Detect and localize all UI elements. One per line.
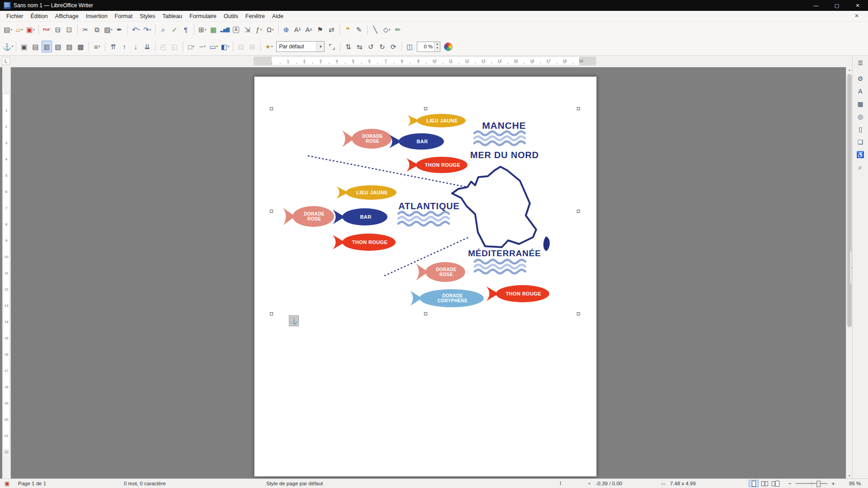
inserted-image[interactable]: MANCHEMER DU NORDATLANTIQUEMÉDITERRANÉEL…	[272, 109, 580, 314]
separator[interactable]	[278, 25, 278, 35]
show-draw-functions-button[interactable]: ✏	[393, 24, 403, 36]
separator[interactable]	[89, 42, 89, 52]
selection-handle-middle-left[interactable]	[270, 210, 273, 213]
group-button[interactable]: ⊡	[236, 41, 246, 52]
minimize-button[interactable]: —	[806, 0, 826, 11]
gallery-button[interactable]: ▦	[854, 98, 866, 110]
redo-button[interactable]: ↷▾	[142, 24, 152, 36]
separator[interactable]	[105, 42, 105, 52]
menu-format[interactable]: Format	[111, 12, 137, 20]
spin-up-icon[interactable]: ▲	[434, 42, 440, 46]
align-objects-button[interactable]: ≡▾	[92, 41, 102, 52]
close-button[interactable]: ✕	[847, 0, 868, 11]
rotate-left-button[interactable]: ↺	[366, 41, 376, 52]
spin-down-icon[interactable]: ▼	[434, 46, 440, 50]
paste-button[interactable]: ▨▾	[103, 24, 113, 36]
bring-to-front-button[interactable]: ⇈	[108, 41, 118, 52]
document-page[interactable]: MANCHEMER DU NORDATLANTIQUEMÉDITERRANÉEL…	[254, 76, 597, 477]
anchor-button[interactable]: ⚓▾	[3, 41, 13, 52]
insert-field-button[interactable]: ƒ▾	[254, 24, 264, 36]
insert-table-button[interactable]: ⊞▾	[197, 24, 208, 36]
separator[interactable]	[155, 42, 156, 52]
separator[interactable]	[367, 25, 368, 35]
back-one-button[interactable]: ↓	[131, 41, 141, 52]
forward-one-button[interactable]: ↑	[119, 41, 130, 52]
selection-handle-top-center[interactable]	[424, 107, 427, 110]
vertical-ruler[interactable]: 12345678910111213141516171819202122	[2, 67, 11, 479]
document-area[interactable]: MANCHEMER DU NORDATLANTIQUEMÉDITERRANÉEL…	[0, 67, 853, 479]
copy-button[interactable]: ⧉	[92, 24, 102, 36]
find-button[interactable]: ⌕	[854, 161, 866, 173]
menu-tableau[interactable]: Tableau	[159, 12, 186, 20]
separator[interactable]	[38, 25, 39, 35]
view-book-button[interactable]	[770, 480, 780, 487]
selection-handle-top-right[interactable]	[577, 107, 580, 110]
borders-button[interactable]: □▾	[186, 41, 196, 52]
wrap-optimal-button[interactable]: ▥	[42, 41, 52, 52]
menu-affichage[interactable]: Affichage	[52, 12, 82, 20]
separator[interactable]	[401, 42, 402, 52]
send-to-back-button[interactable]: ⇊	[142, 41, 152, 52]
navigator-button[interactable]: ◎	[854, 111, 866, 122]
spelling-button[interactable]: ✓	[170, 24, 180, 36]
menu-outils[interactable]: Outils	[220, 12, 242, 20]
separator[interactable]	[16, 42, 16, 52]
menu-styles[interactable]: Styles	[136, 12, 159, 20]
border-color-button[interactable]: ▭▾	[208, 41, 219, 52]
insert-textbox-button[interactable]: A	[231, 24, 241, 36]
separator[interactable]	[340, 42, 340, 52]
insert-hyperlink-button[interactable]: ⊕	[281, 24, 292, 36]
scrollbar-thumb[interactable]	[847, 74, 852, 327]
cut-button[interactable]: ✂	[80, 24, 91, 36]
properties-button[interactable]: ⚙	[854, 73, 866, 84]
to-foreground-button[interactable]: ◰	[158, 41, 169, 52]
horizontal-ruler[interactable]: L 12345678910111213141516171819	[0, 55, 853, 67]
open-button[interactable]: ▱▾	[14, 24, 24, 36]
page-style-status[interactable]: Style de page par défaut	[266, 479, 323, 488]
crop-button[interactable]: ⌜⌟	[327, 41, 337, 52]
close-document-icon[interactable]: ✕	[854, 13, 859, 19]
export-pdf-button[interactable]: PDF	[42, 24, 52, 36]
style-inspector-button[interactable]: ❏	[854, 136, 866, 148]
insert-special-character-button[interactable]: Ω▾	[265, 24, 275, 36]
chevron-down-icon[interactable]: ▼	[316, 42, 324, 52]
track-changes-button[interactable]: ✎	[354, 24, 364, 36]
insert-line-button[interactable]: ╲	[370, 24, 381, 36]
wrap-off-button[interactable]: ▣	[19, 41, 29, 52]
separator[interactable]	[183, 42, 183, 52]
to-background-button[interactable]: ◱	[170, 41, 180, 52]
flip-vertically-button[interactable]: ⇅	[343, 41, 354, 52]
zoom-slider-thumb[interactable]	[816, 481, 821, 487]
selection-mode-icon[interactable]: I	[560, 479, 561, 488]
line-style-button[interactable]: ┄▾	[197, 41, 208, 52]
zoom-out-button[interactable]: −	[787, 480, 793, 487]
separator[interactable]	[340, 25, 340, 35]
menu-edition[interactable]: Édition	[27, 12, 52, 20]
transparency-button[interactable]: ◫	[405, 41, 415, 52]
separator[interactable]	[233, 42, 233, 52]
ungroup-button[interactable]: ⊟	[247, 41, 258, 52]
separator[interactable]	[77, 25, 78, 35]
styles-button[interactable]: A	[854, 85, 866, 97]
zoom-in-button[interactable]: +	[830, 480, 836, 487]
save-button[interactable]: ▣▾	[25, 24, 36, 36]
view-single-page-button[interactable]	[749, 480, 759, 487]
scroll-down-icon[interactable]: ▼	[846, 473, 853, 479]
insert-comment-button[interactable]: ❝	[343, 24, 353, 36]
maximize-button[interactable]: ▢	[826, 0, 847, 11]
rotate-button[interactable]: ⟳	[388, 41, 399, 52]
zoom-slider[interactable]	[796, 483, 827, 484]
separator[interactable]	[260, 42, 261, 52]
word-count-status[interactable]: 0 mot, 0 caractère	[124, 479, 166, 488]
formatting-marks-button[interactable]: ¶	[181, 24, 191, 36]
menu-fichier[interactable]: Fichier	[3, 12, 27, 20]
selection-handle-bottom-center[interactable]	[424, 312, 427, 315]
wrap-after-button[interactable]: ▨	[64, 41, 75, 52]
print-button[interactable]: ⊟	[53, 24, 63, 36]
image-mode-select[interactable]: Par défaut ▼	[276, 41, 325, 52]
color-picker-button[interactable]	[444, 42, 453, 51]
selection-handle-top-left[interactable]	[270, 107, 273, 110]
selection-handle-middle-right[interactable]	[577, 210, 580, 213]
insert-page-break-button[interactable]: ⇲	[242, 24, 253, 36]
insert-image-button[interactable]: ▦	[208, 24, 219, 36]
